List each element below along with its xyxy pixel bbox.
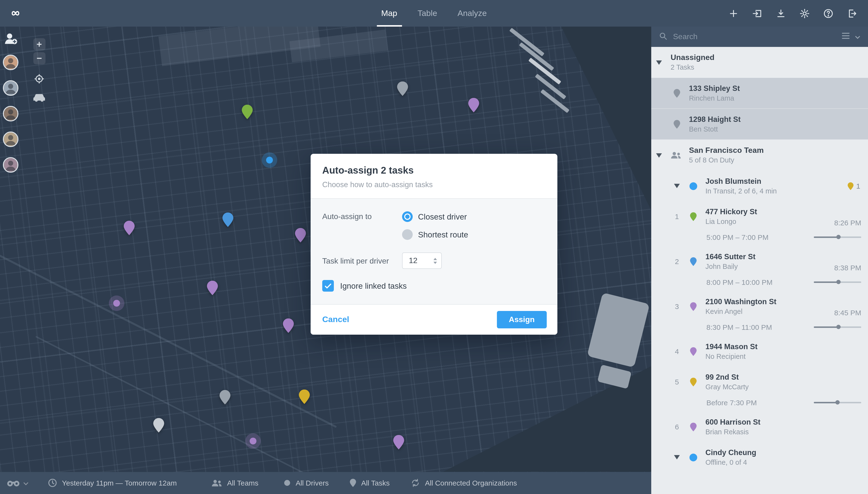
map-task-pin[interactable]	[468, 98, 479, 112]
map-task-pin[interactable]	[222, 212, 234, 227]
zoom-out-button[interactable]: −	[33, 52, 45, 64]
driver-task-row[interactable]: 2 1646 Sutter St John Baily 8:38 PM 8:00…	[651, 246, 868, 291]
map-task-pin[interactable]	[283, 319, 294, 333]
add-icon[interactable]	[728, 8, 739, 19]
organizations-filter-label: All Connected Organizations	[425, 479, 517, 487]
section-team-header[interactable]: San Francisco Team 5 of 8 On Duty	[651, 140, 868, 171]
add-driver-icon[interactable]	[4, 32, 17, 44]
unassigned-task-row[interactable]: 1298 Haight St Ben Stott	[651, 109, 868, 140]
driver-avatar[interactable]	[3, 106, 18, 121]
tasks-filter[interactable]: All Tasks	[350, 479, 390, 487]
task-address: 99 2nd St	[705, 372, 868, 382]
ignore-linked-checkbox[interactable]	[322, 280, 334, 291]
driver-task-row[interactable]: 3 2100 Washington St Kevin Angel 8:45 PM…	[651, 291, 868, 336]
radio-selected-icon[interactable]	[402, 211, 413, 222]
driver-avatar[interactable]	[3, 80, 18, 96]
task-time-slider[interactable]	[814, 326, 861, 328]
task-limit-input[interactable]	[403, 256, 425, 266]
driver-task-row[interactable]: 4 1944 Mason St No Recipient	[651, 336, 868, 366]
sync-icon	[411, 478, 420, 488]
time-range-filter[interactable]: Yesterday 11pm — Tomorrow 12am	[48, 478, 177, 488]
task-time-slider[interactable]	[814, 281, 861, 283]
map-task-pin[interactable]	[295, 228, 306, 243]
time-range-label: Yesterday 11pm — Tomorrow 12am	[62, 479, 177, 487]
app-logo-infinity[interactable]	[7, 7, 24, 20]
binoculars-icon	[7, 479, 20, 487]
map-task-pin[interactable]	[124, 221, 135, 235]
badge-count: 1	[856, 182, 860, 190]
view-finder-control[interactable]	[7, 479, 29, 487]
map-task-pin[interactable]	[153, 418, 164, 433]
modal-subtitle: Choose how to auto-assign tasks	[322, 180, 546, 189]
zoom-in-button[interactable]: +	[33, 38, 45, 50]
driver-avatar[interactable]	[3, 55, 18, 70]
sidebar-list: Unassigned 2 Tasks 133 Shipley St Rinche…	[651, 47, 868, 494]
locate-button[interactable]	[34, 74, 44, 86]
map-task-pin[interactable]	[207, 281, 218, 295]
caret-down-icon[interactable]	[669, 184, 685, 188]
gear-icon[interactable]	[799, 8, 810, 19]
list-view-icon[interactable]	[842, 32, 850, 41]
task-time-slider[interactable]	[814, 236, 861, 238]
task-pin-icon	[847, 182, 853, 190]
driver-name: Josh Blumstein	[705, 176, 847, 186]
radio-unselected-icon[interactable]	[402, 229, 413, 240]
import-icon[interactable]	[752, 8, 762, 19]
modal-body: Auto-assign to Closest driver Shortest r…	[311, 198, 557, 305]
task-sidebar: Unassigned 2 Tasks 133 Shipley St Rinche…	[651, 26, 868, 494]
map-task-pin[interactable]	[397, 81, 408, 96]
auto-assign-modal: Auto-assign 2 tasks Choose how to auto-a…	[311, 154, 557, 335]
caret-down-icon[interactable]	[669, 455, 685, 459]
task-number: 2	[669, 257, 685, 266]
search-input[interactable]	[672, 32, 836, 42]
logout-icon[interactable]	[846, 8, 857, 19]
map-task-pin[interactable]	[393, 435, 404, 450]
map-task-pin[interactable]	[242, 105, 253, 119]
driver-task-row[interactable]: 5 99 2nd St Gray McCarty Before 7:30 PM	[651, 366, 868, 412]
task-pin-icon	[690, 377, 697, 386]
driver-task-row[interactable]: 1 477 Hickory St Lia Longo 8:26 PM 5:00 …	[651, 201, 868, 246]
driver-task-row[interactable]: 6 600 Harrison St Brian Rekasis	[651, 412, 868, 442]
radio-closest-driver[interactable]: Closest driver	[402, 211, 468, 222]
help-icon[interactable]	[823, 8, 834, 19]
task-recipient: John Baily	[705, 263, 834, 271]
driver-avatar[interactable]	[3, 132, 18, 147]
map-driver-dot[interactable]	[266, 157, 273, 164]
driver-row[interactable]: Josh Blumstein In Transit, 2 of 6, 4 min…	[651, 171, 868, 201]
unassigned-task-row[interactable]: 133 Shipley St Rinchen Lama	[651, 78, 868, 109]
driver-row[interactable]: Cindy Cheung Offline, 0 of 4	[651, 442, 868, 473]
task-eta: 8:45 PM	[834, 308, 861, 317]
task-pin-icon	[673, 89, 680, 97]
section-unassigned-header[interactable]: Unassigned 2 Tasks	[651, 47, 868, 78]
caret-down-icon[interactable]	[651, 153, 667, 157]
tab-analyze[interactable]: Analyze	[458, 0, 487, 26]
section-title: San Francisco Team	[689, 146, 764, 155]
driver-avatar[interactable]	[3, 157, 18, 173]
stepper-arrows-icon[interactable]	[433, 258, 437, 264]
download-icon[interactable]	[775, 8, 786, 19]
task-recipient: Rinchen Lama	[689, 94, 868, 103]
assign-button[interactable]: Assign	[497, 311, 547, 328]
traffic-car-button[interactable]	[33, 93, 45, 104]
caret-down-icon[interactable]	[651, 60, 667, 64]
task-time-window: 8:30 PM – 11:00 PM	[706, 323, 772, 331]
teams-filter[interactable]: All Teams	[212, 479, 259, 487]
tab-table[interactable]: Table	[418, 0, 437, 26]
map-task-pin[interactable]	[299, 390, 310, 404]
radio-shortest-route[interactable]: Shortest route	[402, 229, 468, 240]
cancel-button[interactable]: Cancel	[322, 315, 349, 324]
task-address: 1298 Haight St	[689, 114, 868, 124]
task-pin-icon	[673, 120, 680, 128]
tab-map[interactable]: Map	[381, 0, 397, 26]
organizations-filter[interactable]: All Connected Organizations	[411, 478, 517, 488]
task-number: 4	[669, 347, 685, 356]
drivers-filter[interactable]: All Drivers	[283, 479, 329, 487]
map-driver-dot[interactable]	[250, 438, 256, 444]
map-driver-dot[interactable]	[113, 300, 120, 307]
task-pin-icon	[690, 347, 697, 356]
task-address: 1944 Mason St	[705, 342, 868, 351]
map-task-pin[interactable]	[219, 390, 230, 404]
task-recipient: Ben Stott	[689, 125, 868, 134]
chevron-down-icon[interactable]	[855, 32, 860, 41]
task-time-slider[interactable]	[814, 402, 861, 403]
